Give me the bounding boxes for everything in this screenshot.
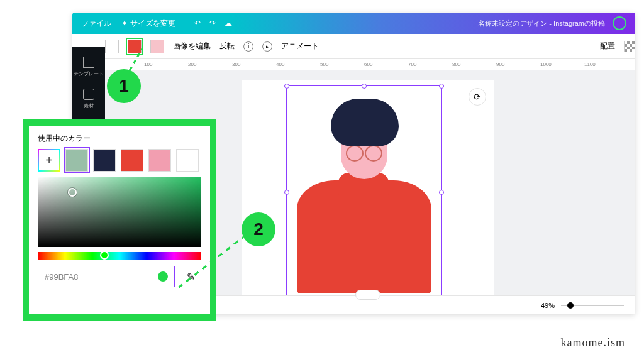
- resize-handle[interactable]: [284, 84, 289, 89]
- account-indicator-icon[interactable]: [613, 16, 626, 30]
- elements-icon: [83, 89, 94, 100]
- reset-icon[interactable]: ⟳: [469, 88, 486, 106]
- ruler-horizontal: 100 200 300 400 500 600 700 800 900 1000…: [100, 59, 635, 70]
- swatch-3[interactable]: [121, 149, 143, 172]
- zoom-value[interactable]: 49%: [541, 302, 555, 309]
- crown-icon: ✦: [121, 19, 128, 28]
- swatch-1[interactable]: [65, 149, 88, 172]
- current-color-dot: [158, 272, 168, 282]
- transparency-icon[interactable]: [624, 41, 635, 52]
- context-toolbar: 画像を編集 反転 i ▸ アニメート 配置: [72, 34, 635, 59]
- flip-button[interactable]: 反転: [219, 41, 235, 52]
- design-canvas[interactable]: ⟳: [242, 80, 494, 307]
- animate-button[interactable]: アニメート: [281, 41, 319, 52]
- edit-image-button[interactable]: 画像を編集: [173, 41, 211, 52]
- swatch-4[interactable]: [148, 149, 171, 172]
- document-title: 名称未設定のデザイン - Instagramの投稿: [478, 19, 605, 28]
- hex-value: #99BFA8: [45, 272, 79, 282]
- redo-icon[interactable]: ↷: [209, 19, 216, 28]
- animate-icon: ▸: [262, 41, 272, 52]
- resize-handle[interactable]: [284, 190, 289, 195]
- cloud-sync-icon[interactable]: ☁: [225, 19, 232, 28]
- resize-handle[interactable]: [439, 190, 444, 195]
- color-swatch-white[interactable]: [105, 40, 119, 53]
- nav-elements[interactable]: 素材: [83, 89, 94, 109]
- swatch-row: +: [38, 149, 201, 172]
- page-switcher[interactable]: [355, 290, 380, 300]
- position-button[interactable]: 配置: [600, 41, 615, 52]
- saturation-brightness-picker[interactable]: [38, 177, 201, 247]
- annotation-badge-1: 1: [107, 69, 141, 103]
- resize-menu[interactable]: ✦ サイズを変更: [121, 18, 175, 29]
- annotation-badge-2: 2: [242, 212, 275, 246]
- signature: kamome.ism: [561, 336, 626, 349]
- resize-handle[interactable]: [362, 84, 367, 89]
- undo-icon[interactable]: ↶: [194, 19, 201, 28]
- color-panel: 使用中のカラー + #99BFA8 ✎: [23, 119, 216, 321]
- nav-templates[interactable]: テンプレート: [74, 57, 104, 77]
- hue-knob[interactable]: [100, 251, 109, 260]
- resize-handle[interactable]: [439, 84, 444, 89]
- templates-icon: [83, 57, 94, 68]
- zoom-slider[interactable]: [561, 305, 624, 306]
- swatch-5[interactable]: [176, 149, 199, 172]
- hue-slider[interactable]: [38, 252, 201, 260]
- illustration-image[interactable]: [287, 86, 441, 299]
- color-panel-title: 使用中のカラー: [38, 133, 201, 144]
- top-bar: ファイル ✦ サイズを変更 ↶ ↷ ☁ 名称未設定のデザイン - Instagr…: [72, 13, 635, 34]
- file-menu[interactable]: ファイル: [81, 18, 111, 29]
- zoom-knob[interactable]: [567, 302, 574, 309]
- info-icon[interactable]: i: [243, 41, 253, 52]
- hex-input[interactable]: #99BFA8: [38, 266, 175, 287]
- add-color-button[interactable]: +: [38, 149, 60, 172]
- sb-cursor[interactable]: [68, 188, 77, 197]
- selection-box[interactable]: [286, 85, 442, 299]
- swatch-2[interactable]: [93, 149, 116, 172]
- color-swatch-pink[interactable]: [150, 40, 164, 53]
